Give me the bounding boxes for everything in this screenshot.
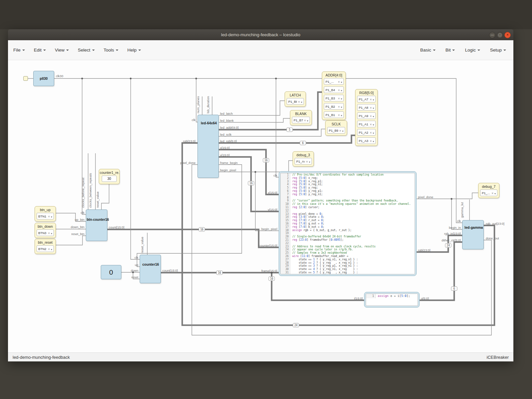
- block-const-zero[interactable]: 0: [101, 265, 121, 279]
- wire-clk-counter16: [131, 78, 140, 259]
- dropdown-icon[interactable]: [373, 121, 375, 127]
- pin-group-addr[interactable]: ADDR[4:0] P1_... P1_B4 P1_B3 P1_B2 P1_B1: [322, 71, 346, 120]
- schematic-canvas[interactable]: 5 6 16 16 16 16 16 24 24 6 pll30 clk30 l…: [8, 60, 513, 352]
- pin-select[interactable]: P1_B9: [327, 127, 345, 134]
- pin-group-blank[interactable]: BLANK P1_B7: [290, 110, 312, 125]
- dropdown-icon[interactable]: [341, 87, 343, 93]
- block-const-counter-reset[interactable]: counter1_re... 30: [99, 169, 120, 184]
- pin-select[interactable]: P1_A1: [357, 121, 376, 127]
- block-led-gamma[interactable]: led-gamma: [462, 220, 484, 249]
- remove-icon[interactable]: [337, 78, 341, 84]
- menu-setup[interactable]: Setup: [490, 48, 506, 53]
- dropdown-icon[interactable]: [494, 190, 497, 196]
- maximize-button[interactable]: ▢: [497, 32, 503, 38]
- dropdown-icon[interactable]: [341, 103, 343, 109]
- dropdown-icon[interactable]: [373, 138, 375, 144]
- pin-select[interactable]: P1_...: [324, 78, 344, 85]
- dropdown-icon[interactable]: [373, 104, 375, 110]
- menu-select[interactable]: Select: [78, 48, 95, 53]
- remove-icon[interactable]: [303, 117, 307, 123]
- input-port-square[interactable]: [23, 76, 28, 81]
- menu-help[interactable]: Help: [127, 48, 141, 53]
- pin-select[interactable]: P1_B8: [287, 98, 304, 105]
- pin-select[interactable]: P1_B1: [324, 111, 344, 118]
- remove-icon[interactable]: [337, 112, 341, 118]
- remove-icon[interactable]: [337, 95, 341, 101]
- block-btn-counter16[interactable]: btn-counter16: [86, 209, 107, 241]
- port-label-rgb-out: rgb_out[23:0]: [486, 222, 504, 225]
- window-titlebar[interactable]: led-demo-munching-feedback – Icestudio —…: [8, 29, 513, 40]
- remove-icon[interactable]: [297, 98, 301, 104]
- block-counter16[interactable]: counter16: [140, 255, 161, 283]
- pin-select[interactable]: P1_B7: [292, 117, 310, 123]
- dropdown-icon[interactable]: [373, 113, 375, 119]
- pin-select[interactable]: P1_B4: [324, 86, 344, 93]
- dropdown-icon[interactable]: [373, 96, 375, 102]
- pin-select[interactable]: P1_B2: [324, 103, 344, 110]
- pin-group-debug3[interactable]: debug_3 P1_A4: [293, 151, 314, 167]
- block-led-64x64[interactable]: led-64x64: [198, 115, 219, 178]
- dropdown-icon[interactable]: [341, 78, 343, 84]
- port-label-rgb: rgb[23:0]: [418, 248, 431, 252]
- minimize-button[interactable]: —: [489, 32, 495, 38]
- pin-select[interactable]: BTN3: [37, 229, 54, 236]
- remove-icon[interactable]: [490, 190, 494, 196]
- menu-basic[interactable]: Basic: [420, 48, 436, 53]
- menu-view[interactable]: View: [55, 48, 69, 53]
- pin-group-btn-up[interactable]: btn_up BTN1: [35, 206, 56, 221]
- dropdown-icon[interactable]: [341, 112, 343, 118]
- port-label-clk: clk: [134, 256, 138, 259]
- remove-icon[interactable]: [369, 104, 373, 110]
- dropdown-icon[interactable]: [373, 129, 375, 135]
- pin-select[interactable]: BTN2: [37, 245, 54, 252]
- remove-icon[interactable]: [369, 113, 373, 119]
- close-button[interactable]: ×: [504, 32, 511, 38]
- pin-group-debug7[interactable]: debug_7 P1_...: [478, 183, 499, 198]
- pin-group-btn-down[interactable]: btn_down BTN3: [35, 223, 56, 238]
- remove-icon[interactable]: [369, 121, 373, 127]
- remove-icon[interactable]: [369, 138, 373, 144]
- menu-bit[interactable]: Bit: [446, 48, 455, 53]
- code-block-main[interactable]: 1// Pre-inc/dec X/Y coordinates for each…: [279, 171, 417, 276]
- remove-icon[interactable]: [337, 87, 341, 93]
- code-editor[interactable]: 1// Pre-inc/dec X/Y coordinates for each…: [280, 173, 415, 274]
- wire-count-btn: [107, 229, 279, 247]
- remove-icon[interactable]: [338, 127, 342, 133]
- remove-icon[interactable]: [369, 129, 373, 135]
- pin-select[interactable]: P1_...: [480, 190, 497, 196]
- remove-icon[interactable]: [337, 103, 341, 109]
- block-pll30[interactable]: pll30: [33, 71, 54, 86]
- dropdown-icon[interactable]: [341, 95, 343, 101]
- pin-group-latch[interactable]: LATCH P1_B8: [285, 91, 306, 107]
- menu-file[interactable]: File: [13, 48, 25, 53]
- code-block-small[interactable]: 1assign o = i[5:0];: [364, 292, 420, 308]
- constant-value[interactable]: 30: [102, 176, 117, 182]
- remove-icon[interactable]: [305, 158, 309, 164]
- remove-icon[interactable]: [47, 213, 51, 219]
- menu-edit[interactable]: Edit: [34, 48, 46, 53]
- menu-logic[interactable]: Logic: [465, 48, 480, 53]
- dropdown-icon[interactable]: [342, 127, 345, 133]
- pin-select[interactable]: P1_A3: [357, 137, 376, 144]
- pin-select[interactable]: P1_A4: [295, 158, 312, 165]
- remove-icon[interactable]: [47, 230, 51, 236]
- pin-select[interactable]: P1_A8: [357, 104, 376, 111]
- pin-select[interactable]: BTN1: [37, 213, 54, 219]
- pin-group-sclk[interactable]: SCLK P1_B9: [325, 120, 347, 136]
- pin-group-rgb[interactable]: RGB[5:0] P1_A7 P1_A8 P1_A9 P1_A1 P1_A2 P…: [355, 89, 378, 146]
- pin-select[interactable]: P1_A2: [357, 129, 376, 136]
- dropdown-icon[interactable]: [309, 158, 312, 164]
- dropdown-icon[interactable]: [51, 213, 54, 219]
- dropdown-icon[interactable]: [51, 230, 54, 236]
- dropdown-icon[interactable]: [301, 98, 304, 104]
- pin-group-btn-reset[interactable]: btn_reset BTN2: [35, 239, 56, 254]
- pin-select[interactable]: P1_A9: [357, 112, 376, 119]
- pin-select[interactable]: P1_B3: [324, 95, 344, 101]
- code-editor[interactable]: 1assign o = i[5:0];: [366, 294, 418, 306]
- menu-tools[interactable]: Tools: [104, 48, 119, 53]
- dropdown-icon[interactable]: [307, 117, 310, 123]
- remove-icon[interactable]: [47, 246, 51, 252]
- pin-select[interactable]: P1_A7: [357, 96, 376, 102]
- dropdown-icon[interactable]: [51, 246, 54, 252]
- remove-icon[interactable]: [369, 96, 373, 102]
